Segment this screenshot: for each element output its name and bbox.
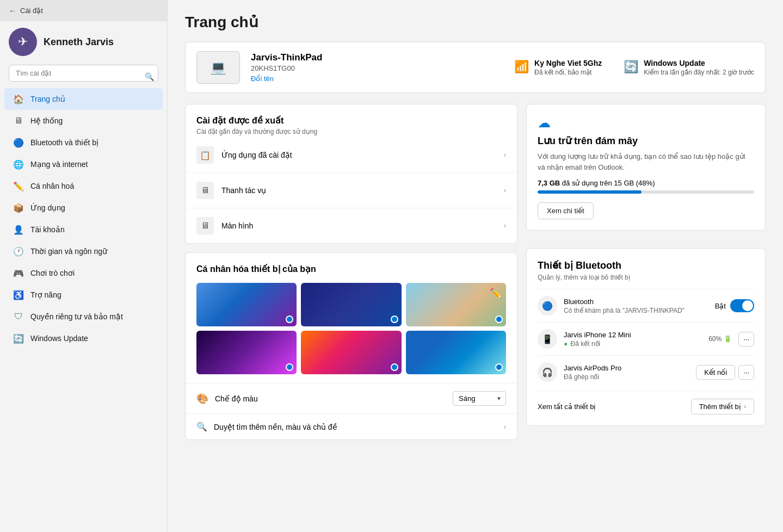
update-widget: 🔄 Windows Update Kiểm tra lần gần đây nh… (624, 59, 754, 76)
iphone-status: ● Đã kết nối (564, 340, 702, 348)
wifi-icon: 📶 (514, 60, 529, 74)
time-nav-label: Thời gian và ngôn ngữ (30, 247, 107, 256)
bluetooth-main-icon: 🔵 (538, 296, 557, 316)
sidebar-item-apps[interactable]: 📦 Ứng dụng (4, 197, 163, 219)
account-nav-icon: 👤 (13, 224, 24, 235)
browse-themes-row[interactable]: 🔍 Duyệt tìm thêm nền, màu và chủ đề › (186, 413, 517, 440)
sidebar-item-privacy[interactable]: 🛡 Quyền riêng tư và bảo mật (4, 306, 163, 327)
airpods-connect-button[interactable]: Kết nối (696, 365, 735, 380)
color-mode-label: Chế độ màu (215, 394, 446, 403)
device-details: Jarvis-ThinkPad 20KHS1TG00 Đổi tên (251, 52, 503, 83)
battery-icon: 🔋 (724, 335, 732, 343)
add-device-label: Thêm thiết bị (699, 403, 741, 411)
cloud-detail-button[interactable]: Xem chi tiết (538, 202, 594, 219)
update-nav-icon: 🔄 (13, 333, 24, 344)
bluetooth-nav-icon: 🔵 (13, 137, 24, 148)
suggested-item-label-1: Thanh tác vụ (221, 186, 496, 195)
privacy-nav-icon: 🛡 (13, 311, 24, 322)
iphone-name: Jarvis iPhone 12 Mini (564, 331, 702, 339)
cloud-description: Với dung lượng lưu trữ khả dụng, bạn có … (538, 151, 754, 172)
personalization-title: Cá nhân hóa thiết bị của bạn (196, 264, 506, 274)
back-button[interactable]: ← Cài đặt (0, 0, 167, 21)
search-input[interactable] (9, 65, 158, 82)
theme-thumb-2[interactable] (301, 283, 401, 326)
bluetooth-toggle-group: Bật (715, 299, 754, 312)
sidebar: ← Cài đặt ✈ Kenneth Jarvis 🔍 🏠 Trang chủ… (0, 0, 168, 532)
theme-thumb-3[interactable]: ✏️ (406, 283, 506, 326)
add-device-button[interactable]: Thêm thiết bị › (691, 399, 754, 415)
iphone-status-text: Đã kết nối (571, 340, 601, 348)
update-title: Windows Update (644, 59, 754, 67)
sidebar-item-bluetooth[interactable]: 🔵 Bluetooth và thiết bị (4, 132, 163, 153)
bluetooth-toggle-row: 🔵 Bluetooth Có thể khám phá là "JARVIS-T… (538, 289, 754, 322)
suggested-item-0[interactable]: 📋 Ứng dụng đã cài đặt › (186, 138, 517, 172)
suggested-item-label-2: Màn hình (221, 221, 496, 230)
device-icon-box: 💻 (196, 51, 240, 84)
theme-thumb-1[interactable] (196, 283, 297, 326)
sidebar-item-account[interactable]: 👤 Tài khoản (4, 219, 163, 240)
device-rename-link[interactable]: Đổi tên (251, 75, 274, 83)
airpods-actions: Kết nối ··· (696, 365, 754, 380)
cloud-usage: 7,3 GB đã sử dụng trên 15 GB (48%) (538, 179, 754, 187)
sidebar-item-accessibility[interactable]: ♿ Trợ năng (4, 284, 163, 306)
search-icon[interactable]: 🔍 (145, 72, 154, 81)
browse-icon: 🔍 (196, 422, 207, 432)
sidebar-item-system[interactable]: 🖥 Hệ thống (4, 110, 163, 132)
wifi-title: Ky Nghe Viet 5Ghz (534, 59, 602, 67)
bluetooth-main-name: Bluetooth (564, 298, 708, 306)
iphone-battery: 60% 🔋 (708, 335, 732, 343)
suggested-item-1[interactable]: 🖥 Thanh tác vụ › (186, 172, 517, 208)
account-nav-label: Tài khoản (30, 225, 65, 234)
bluetooth-main-status: Có thể khám phá là "JARVIS-THINKPAD" (564, 307, 708, 314)
back-label: Cài đặt (20, 7, 43, 15)
cloud-usage-gb: 7,3 GB (538, 179, 560, 187)
bluetooth-main-info: Bluetooth Có thể khám phá là "JARVIS-THI… (564, 298, 708, 314)
theme-thumb-5[interactable] (301, 331, 401, 374)
suggested-item-icon-2: 🖥 (196, 217, 214, 234)
sidebar-item-gaming[interactable]: 🎮 Chơi trò chơi (4, 262, 163, 284)
airpods-name: Jarvis AirPods Pro (564, 364, 689, 372)
system-nav-label: Hệ thống (30, 116, 63, 125)
cloud-icon: ☁ (538, 115, 754, 131)
bluetooth-nav-label: Bluetooth và thiết bị (30, 138, 98, 147)
sidebar-item-network[interactable]: 🌐 Mạng và internet (4, 153, 163, 175)
sidebar-item-personalize[interactable]: ✏️ Cá nhân hoá (4, 175, 163, 197)
cloud-usage-detail: đã sử dụng trên 15 GB (48%) (562, 179, 655, 187)
bluetooth-toggle[interactable] (730, 299, 754, 312)
airpods-more-button[interactable]: ··· (738, 365, 754, 380)
sidebar-item-update[interactable]: 🔄 Windows Update (4, 327, 163, 349)
theme-thumb-4[interactable] (196, 331, 297, 374)
apps-nav-label: Ứng dụng (30, 203, 65, 212)
browse-chevron-icon: › (504, 423, 506, 431)
airpods-info: Jarvis AirPods Pro Đã ghép nối (564, 364, 689, 381)
iphone-icon: 📱 (538, 329, 557, 349)
suggested-subtitle: Cài đặt gần đây và thường được sử dụng (196, 128, 506, 135)
suggested-card: Cài đặt được đề xuất Cài đặt gần đây và … (185, 104, 517, 244)
sidebar-item-time[interactable]: 🕐 Thời gian và ngôn ngữ (4, 240, 163, 262)
toggle-knob (742, 300, 753, 311)
color-mode-select[interactable]: TốiSángTùy chỉnh (453, 391, 506, 406)
device-model: 20KHS1TG00 (251, 64, 503, 72)
personalize-nav-icon: ✏️ (13, 181, 24, 191)
device-laptop-icon: 💻 (210, 60, 226, 75)
device-info-bar: 💻 Jarvis-ThinkPad 20KHS1TG00 Đổi tên 📶 K… (185, 42, 766, 93)
suggested-item-chevron-0: › (504, 151, 506, 159)
network-nav-icon: 🌐 (13, 159, 24, 170)
browse-label: Duyệt tìm thêm nền, màu và chủ đề (214, 423, 497, 431)
iphone-more-button[interactable]: ··· (738, 332, 754, 347)
wifi-widget: 📶 Ky Nghe Viet 5Ghz Đã kết nối, bảo mật (514, 59, 602, 76)
system-nav-icon: 🖥 (13, 115, 24, 126)
cloud-card: ☁ Lưu trữ trên đám mây Với dung lượng lư… (526, 104, 766, 231)
suggested-items: 📋 Ứng dụng đã cài đặt › 🖥 Thanh tác vụ ›… (186, 138, 517, 243)
device-name: Jarvis-ThinkPad (251, 52, 503, 63)
theme-thumb-6[interactable] (406, 331, 506, 374)
bluetooth-toggle-label: Bật (715, 302, 726, 310)
sidebar-item-home[interactable]: 🏠 Trang chủ (4, 88, 163, 110)
airpods-status: Đã ghép nối (564, 373, 689, 381)
cloud-progress-bar (538, 190, 754, 194)
update-nav-label: Windows Update (30, 334, 88, 343)
bt-view-all-label: Xem tất cả thiết bị (538, 403, 686, 411)
bluetooth-footer: Xem tất cả thiết bị Thêm thiết bị › (538, 391, 754, 415)
suggested-item-2[interactable]: 🖥 Màn hình › (186, 208, 517, 243)
airpods-row: 🎧 Jarvis AirPods Pro Đã ghép nối Kết nối… (538, 355, 754, 388)
